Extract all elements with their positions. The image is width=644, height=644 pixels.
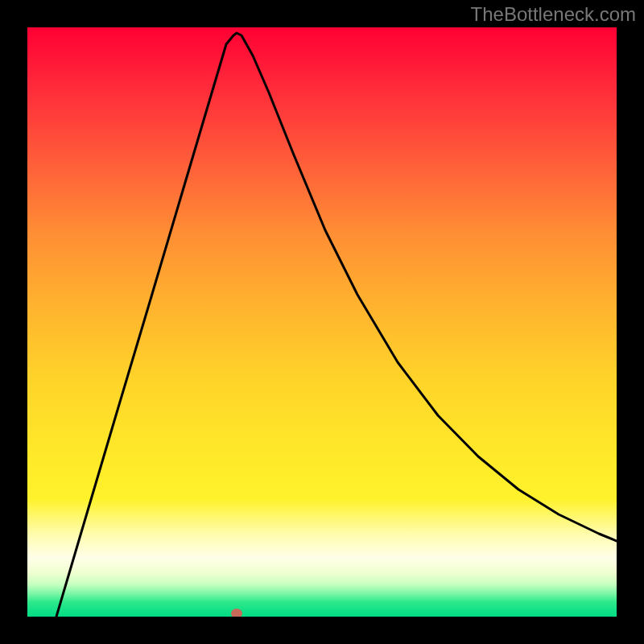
plot-area <box>27 27 617 617</box>
watermark-text: TheBottleneck.com <box>471 3 636 26</box>
minimum-marker-dot <box>231 609 242 617</box>
bottleneck-curve <box>27 27 617 617</box>
